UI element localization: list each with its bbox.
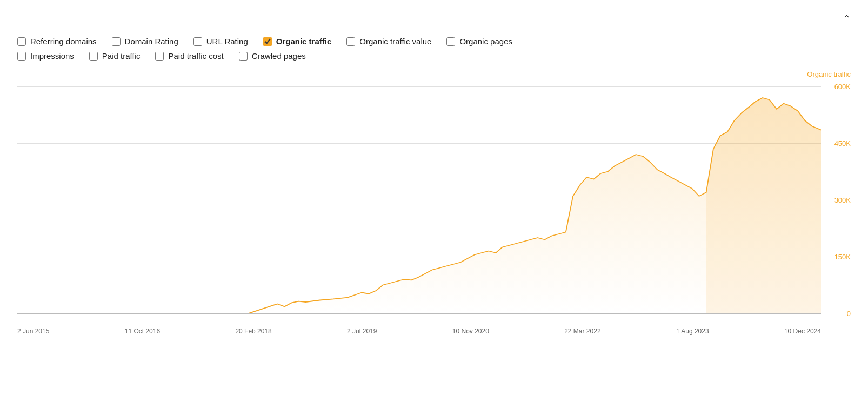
checkbox-paid_traffic_cost[interactable] xyxy=(155,52,164,61)
x-tick-label: 20 Feb 2018 xyxy=(235,327,271,335)
y-grid-line xyxy=(17,313,821,314)
checkbox-label-organic_traffic_value: Organic traffic value xyxy=(359,37,431,46)
checkbox-label-impressions: Impressions xyxy=(30,51,74,61)
checkbox-item-organic_traffic[interactable]: Organic traffic xyxy=(263,37,332,46)
y-tick-label: 150K xyxy=(821,253,851,261)
checkbox-label-organic_pages: Organic pages xyxy=(459,37,512,46)
y-tick-label: 450K xyxy=(821,139,851,148)
checkbox-label-crawled_pages: Crawled pages xyxy=(252,51,306,61)
checkbox-label-organic_traffic: Organic traffic xyxy=(276,37,332,46)
x-tick-label: 11 Oct 2016 xyxy=(125,327,160,335)
chart-svg xyxy=(17,86,821,313)
x-tick-label: 22 Mar 2022 xyxy=(564,327,600,335)
checkbox-label-domain_rating: Domain Rating xyxy=(125,37,178,46)
checkbox-organic_traffic[interactable] xyxy=(263,37,272,46)
x-axis: 2 Jun 201511 Oct 201620 Feb 20182 Jul 20… xyxy=(17,327,821,335)
checkbox-item-url_rating[interactable]: URL Rating xyxy=(193,37,248,46)
chart-area: Organic traffic 600K450K300K150K0 2 Jun … xyxy=(17,70,851,335)
x-tick-label: 2 Jun 2015 xyxy=(17,327,49,335)
y-tick-label: 0 xyxy=(821,310,851,318)
checkbox-label-paid_traffic: Paid traffic xyxy=(102,51,141,61)
checkbox-row-2: ImpressionsPaid trafficPaid traffic cost… xyxy=(17,51,851,61)
x-tick-label: 1 Aug 2023 xyxy=(676,327,709,335)
checkbox-item-organic_pages[interactable]: Organic pages xyxy=(446,37,512,46)
checkbox-item-impressions[interactable]: Impressions xyxy=(17,51,74,61)
checkbox-url_rating[interactable] xyxy=(193,37,202,46)
checkbox-label-referring_domains: Referring domains xyxy=(30,37,97,46)
y-tick-label: 300K xyxy=(821,196,851,204)
checkbox-row-1: Referring domainsDomain RatingURL Rating… xyxy=(17,37,851,46)
checkbox-organic_traffic_value[interactable] xyxy=(346,37,355,46)
y-axis-title: Organic traffic xyxy=(807,70,851,78)
checkbox-domain_rating[interactable] xyxy=(112,37,121,46)
checkbox-referring_domains[interactable] xyxy=(17,37,26,46)
checkbox-paid_traffic[interactable] xyxy=(89,52,98,61)
checkbox-label-paid_traffic_cost: Paid traffic cost xyxy=(168,51,223,61)
x-tick-label: 2 Jul 2019 xyxy=(347,327,377,335)
checkbox-impressions[interactable] xyxy=(17,52,26,61)
checkbox-item-domain_rating[interactable]: Domain Rating xyxy=(112,37,178,46)
y-tick-label: 600K xyxy=(821,83,851,91)
checkbox-item-crawled_pages[interactable]: Crawled pages xyxy=(239,51,306,61)
checkbox-item-organic_traffic_value[interactable]: Organic traffic value xyxy=(346,37,431,46)
x-tick-label: 10 Nov 2020 xyxy=(452,327,489,335)
checkbox-item-paid_traffic[interactable]: Paid traffic xyxy=(89,51,141,61)
checkbox-item-paid_traffic_cost[interactable]: Paid traffic cost xyxy=(155,51,223,61)
panel-header: ⌃ xyxy=(17,13,851,25)
collapse-icon[interactable]: ⌃ xyxy=(843,13,851,25)
checkbox-organic_pages[interactable] xyxy=(446,37,455,46)
checkbox-label-url_rating: URL Rating xyxy=(206,37,248,46)
performance-panel: ⌃ Referring domainsDomain RatingURL Rati… xyxy=(0,0,868,346)
checkbox-crawled_pages[interactable] xyxy=(239,52,248,61)
x-tick-label: 10 Dec 2024 xyxy=(784,327,821,335)
checkbox-item-referring_domains[interactable]: Referring domains xyxy=(17,37,97,46)
